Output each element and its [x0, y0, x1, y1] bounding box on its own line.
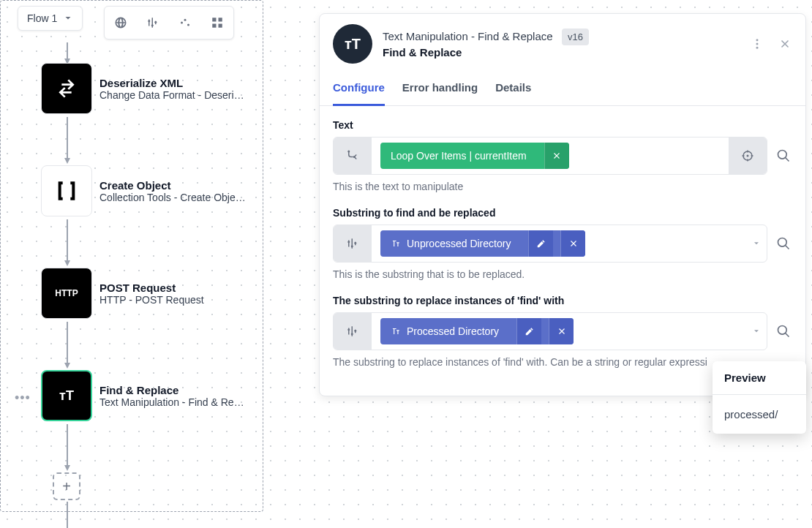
svg-point-31: [354, 242, 356, 244]
flow-arrow: [64, 219, 70, 266]
node-subtitle: Collection Tools - Create Obje…: [99, 192, 246, 203]
remove-icon[interactable]: [549, 318, 574, 344]
text-case-icon: тT: [41, 370, 92, 421]
node-find-replace[interactable]: тT Find & Replace Text Manipulation - Fi…: [41, 370, 244, 421]
svg-point-28: [778, 151, 787, 159]
node-subtitle: Change Data Format - Deseri…: [99, 89, 244, 101]
svg-marker-13: [64, 158, 70, 164]
text-icon: [391, 238, 401, 249]
field-label: Substring to find and be replaced: [333, 207, 792, 219]
panel-header: тT Text Manipulation - Find & Replace v1…: [320, 14, 805, 74]
svg-point-24: [347, 151, 350, 153]
variable-pill[interactable]: Loop Over Items | currentItem: [380, 143, 569, 169]
text-icon: [391, 326, 401, 336]
node-create-object[interactable]: Create Object Collection Tools - Create …: [41, 165, 246, 216]
node-subtitle: HTTP - POST Request: [99, 294, 204, 306]
target-icon[interactable]: [729, 137, 767, 174]
flow-arrow: [64, 424, 70, 471]
field-label: The substring to replace instances of 'f…: [333, 295, 792, 306]
tab-details[interactable]: Details: [495, 74, 531, 105]
node-title: POST Request: [99, 282, 204, 294]
flow-arrow: [64, 117, 70, 164]
panel-tabs: Configure Error handling Details: [320, 74, 805, 106]
svg-marker-15: [64, 260, 70, 266]
svg-point-27: [747, 155, 749, 157]
field-replace: The substring to replace instances of 'f…: [333, 295, 792, 368]
edit-icon[interactable]: [528, 230, 553, 257]
find-input[interactable]: Unprocessed Directory: [333, 225, 767, 263]
search-icon[interactable]: [775, 235, 792, 252]
node-config-panel: тT Text Manipulation - Find & Replace v1…: [319, 13, 806, 396]
node-title: Create Object: [99, 179, 246, 192]
swap-icon: [41, 63, 92, 114]
chevron-down-icon[interactable]: [746, 327, 767, 336]
flow-arrow: [64, 42, 70, 64]
brackets-icon: [41, 165, 92, 216]
svg-marker-19: [64, 465, 70, 471]
node-title: Find & Replace: [99, 384, 244, 396]
field-text: Text Loop Over Items | currentItem: [333, 119, 792, 192]
search-icon[interactable]: [775, 323, 792, 340]
kebab-menu-button[interactable]: [750, 37, 764, 51]
preview-popover: Preview processed/: [713, 361, 806, 434]
variable-pill[interactable]: Unprocessed Directory: [380, 230, 585, 257]
svg-point-23: [756, 47, 759, 49]
tab-error-handling[interactable]: Error handling: [402, 74, 478, 105]
svg-point-29: [347, 241, 350, 243]
flow-arrow: [64, 502, 70, 528]
svg-marker-17: [64, 363, 70, 369]
field-find: Substring to find and be replaced Unproc…: [333, 207, 792, 280]
preview-title: Preview: [713, 361, 806, 395]
node-subtitle: Text Manipulation - Find & Re…: [99, 396, 244, 408]
text-case-icon: тT: [333, 24, 372, 64]
preview-value: processed/: [713, 395, 806, 434]
replace-input[interactable]: Processed Directory: [333, 312, 767, 350]
search-icon[interactable]: [775, 147, 792, 165]
node-post-request[interactable]: HTTP POST Request HTTP - POST Request: [41, 268, 204, 319]
sliders-icon: [334, 313, 372, 350]
field-label: Text: [333, 119, 792, 131]
tab-configure[interactable]: Configure: [333, 74, 385, 106]
sliders-icon: [334, 225, 372, 262]
close-button[interactable]: [778, 37, 792, 51]
svg-point-36: [778, 326, 787, 335]
svg-point-22: [756, 43, 759, 45]
svg-point-21: [756, 39, 759, 41]
panel-title: Find & Replace: [383, 46, 740, 59]
add-node-button[interactable]: +: [53, 472, 80, 500]
node-title: Deserialize XML: [99, 77, 244, 89]
pill-label: Unprocessed Directory: [407, 238, 511, 249]
text-input[interactable]: Loop Over Items | currentItem: [333, 137, 767, 175]
node-more-menu[interactable]: •••: [15, 391, 31, 406]
panel-category: Text Manipulation - Find & Replace: [383, 30, 553, 42]
svg-point-34: [351, 333, 353, 335]
svg-point-32: [778, 238, 787, 247]
field-help: This is the substring that is to be repl…: [333, 268, 792, 280]
version-badge: v16: [562, 29, 589, 45]
svg-point-33: [347, 328, 350, 331]
edit-icon[interactable]: [516, 318, 541, 344]
pill-label: Processed Directory: [407, 325, 499, 337]
remove-icon[interactable]: [544, 143, 569, 169]
remove-icon[interactable]: [560, 230, 585, 257]
pill-label: Loop Over Items | currentItem: [380, 150, 537, 162]
svg-point-30: [351, 245, 353, 247]
http-icon: HTTP: [41, 268, 92, 319]
chevron-down-icon[interactable]: [746, 239, 767, 248]
branch-icon: [334, 137, 372, 174]
panel-body: Text Loop Over Items | currentItem: [320, 106, 805, 396]
node-deserialize-xml[interactable]: Deserialize XML Change Data Format - Des…: [41, 63, 244, 114]
field-help: This is the text to manipulate: [333, 181, 792, 192]
svg-point-35: [354, 330, 356, 332]
flow-arrow: [64, 322, 70, 369]
variable-pill[interactable]: Processed Directory: [380, 318, 574, 344]
